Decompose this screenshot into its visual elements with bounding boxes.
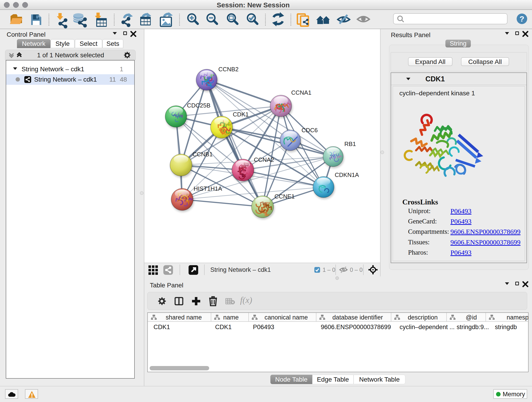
svg-text:CCNB1: CCNB1: [192, 151, 213, 158]
svg-text:CDK1: CDK1: [233, 111, 249, 118]
svg-text:CDC6: CDC6: [302, 127, 318, 134]
svg-text:CCNE1: CCNE1: [274, 193, 295, 200]
svg-text:CCNA1: CCNA1: [291, 89, 311, 96]
svg-text:database identifier: database identifier: [332, 314, 383, 321]
svg-text:@id: @id: [466, 314, 477, 321]
svg-text:CDC25B: CDC25B: [187, 102, 210, 109]
svg-text:?: ?: [520, 14, 525, 23]
svg-text:name: name: [223, 314, 239, 321]
svg-text:CDKN1A: CDKN1A: [335, 172, 359, 178]
svg-text:namespace: namespace: [507, 314, 528, 321]
svg-text:description: description: [408, 314, 438, 321]
svg-text:CCNB2: CCNB2: [218, 66, 239, 73]
svg-text:CCNA2: CCNA2: [254, 156, 274, 163]
svg-text:HIST1H1A: HIST1H1A: [194, 185, 222, 192]
svg-text:canonical name: canonical name: [264, 314, 308, 321]
svg-text:RB1: RB1: [344, 140, 356, 147]
svg-text:shared name: shared name: [166, 314, 202, 321]
